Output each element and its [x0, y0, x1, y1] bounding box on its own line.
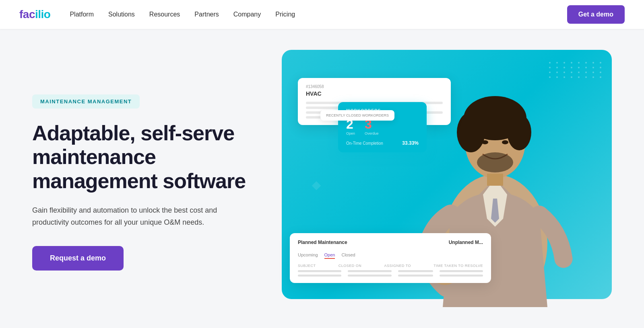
col-subject: Subject — [298, 264, 316, 268]
svg-point-5 — [482, 140, 488, 144]
main-nav: Platform Solutions Resources Partners Co… — [70, 11, 295, 18]
nav-pricing[interactable]: Pricing — [275, 11, 295, 18]
tab-open[interactable]: Open — [324, 252, 335, 259]
category-badge: MAINTENANCE MANAGEMENT — [32, 94, 140, 109]
svg-point-4 — [507, 114, 531, 150]
workorders-card: WORKORDERS 2 Open 3 Overdue On-Time Comp… — [338, 102, 427, 152]
dashboard-bottom-card: Planned Maintenance Unplanned M... Upcom… — [290, 233, 491, 283]
svg-rect-8 — [487, 174, 503, 186]
site-header: facilio Platform Solutions Resources Par… — [0, 0, 644, 29]
logo-text-ilio: ilio — [35, 8, 50, 20]
get-demo-button[interactable]: Get a demo — [567, 5, 625, 24]
hero-section: MAINTENANCE MANAGEMENT Adaptable, self-s… — [0, 29, 644, 328]
hero-left-content: MAINTENANCE MANAGEMENT Adaptable, self-s… — [32, 94, 250, 271]
hero-right-illustration: #1346058 HVAC WORKORDERS 2 Open 3 Overdu… — [266, 58, 612, 307]
card-id: #1346058 — [306, 84, 443, 89]
tab-upcoming[interactable]: Upcoming — [298, 252, 318, 259]
open-label: Open — [346, 131, 355, 135]
unplanned-label: Unplanned M... — [449, 240, 483, 245]
diamond-icon — [312, 181, 321, 191]
hero-title: Adaptable, self-serve maintenance manage… — [32, 121, 250, 193]
nav-company[interactable]: Company — [233, 11, 261, 18]
svg-point-3 — [457, 112, 485, 152]
col-closed-on: Closed On — [339, 264, 362, 268]
logo[interactable]: facilio — [19, 8, 50, 21]
svg-point-6 — [502, 140, 508, 144]
tab-closed[interactable]: Closed — [341, 252, 355, 259]
request-demo-button[interactable]: Request a demo — [32, 246, 124, 271]
nav-solutions[interactable]: Solutions — [108, 11, 135, 18]
nav-platform[interactable]: Platform — [70, 11, 94, 18]
on-time-label: On-Time Completion — [346, 141, 383, 146]
nav-partners[interactable]: Partners — [194, 11, 219, 18]
col-time: Time Taken To resolve — [433, 264, 483, 268]
overdue-label: Overdue — [365, 131, 379, 135]
nav-resources[interactable]: Resources — [149, 11, 180, 18]
hero-description: Gain flexibility and automation to unloc… — [32, 205, 225, 228]
on-time-value: 33.33% — [402, 140, 419, 146]
recently-closed-badge: RECENTLY CLOSED WORKORDERS — [320, 110, 394, 121]
svg-point-7 — [477, 152, 513, 172]
card-title: HVAC — [306, 90, 443, 97]
card-tabs: Upcoming Open Closed — [298, 252, 483, 259]
logo-text-fac: fac — [19, 8, 35, 20]
planned-maintenance-label: Planned Maintenance — [298, 240, 347, 245]
col-assigned: Assigned To — [384, 264, 411, 268]
